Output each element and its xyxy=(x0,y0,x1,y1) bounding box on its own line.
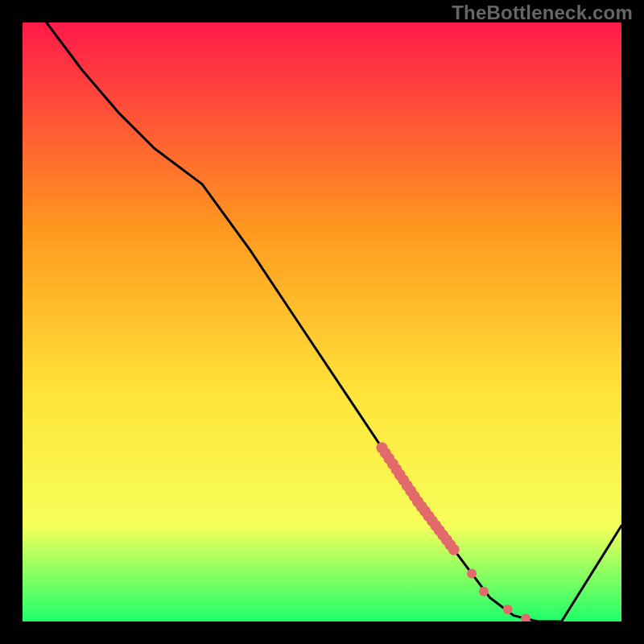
highlight-point xyxy=(521,613,530,623)
highlight-point xyxy=(467,569,477,579)
highlight-point xyxy=(503,605,513,614)
chart-frame: TheBottleneck.com xyxy=(0,0,644,644)
bottleneck-chart xyxy=(0,0,644,644)
gradient-background xyxy=(23,23,621,621)
highlight-point xyxy=(448,544,460,555)
highlight-point xyxy=(479,587,489,597)
watermark-text: TheBottleneck.com xyxy=(452,2,633,24)
